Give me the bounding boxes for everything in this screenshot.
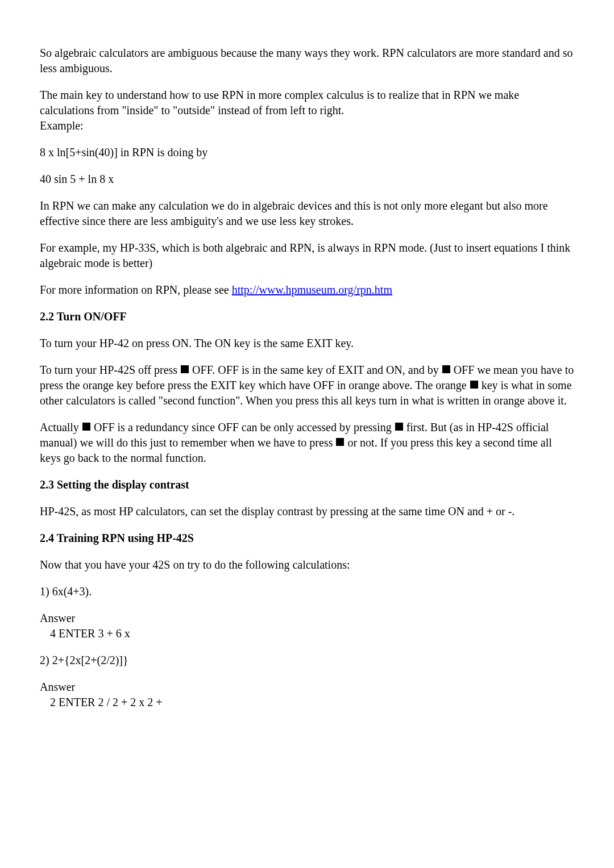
answer-keystrokes: 4 ENTER 3 + 6 x [40,627,130,640]
paragraph: Answer 4 ENTER 3 + 6 x [40,611,574,641]
paragraph: In RPN we can make any calculation we do… [40,198,574,229]
answer-label: Answer [40,681,75,693]
answer-label: Answer [40,612,75,624]
paragraph: For example, my HP-33S, which is both al… [40,240,574,271]
paragraph: Now that you have your 42S on try to do … [40,557,574,573]
orange-key-icon [82,423,90,431]
paragraph: To turn your HP-42S off press OFF. OFF i… [40,362,574,408]
orange-key-icon [181,365,189,373]
paragraph: 1) 6x(4+3). [40,584,574,599]
paragraph: Answer 2 ENTER 2 / 2 + 2 x 2 + [40,679,574,710]
paragraph: To turn your HP-42 on press ON. The ON k… [40,336,574,351]
paragraph: 40 sin 5 + ln 8 x [40,172,574,187]
paragraph: For more information on RPN, please see … [40,282,574,298]
orange-key-icon [442,365,450,373]
paragraph: 2) 2+{2x[2+(2/2)]} [40,653,574,668]
text: Actually [40,421,82,433]
text: To turn your HP-42S off press [40,364,180,376]
rpn-info-link[interactable]: http://www.hpmuseum.org/rpn.htm [232,283,392,296]
text: OFF. OFF is in the same key of EXIT and … [189,364,442,376]
paragraph: So algebraic calculators are ambiguous b… [40,45,574,76]
text: Example: [40,119,84,132]
orange-key-icon [470,381,478,389]
answer-keystrokes: 2 ENTER 2 / 2 + 2 x 2 + [40,696,163,708]
text: The main key to understand how to use RP… [40,89,519,116]
paragraph: 8 x ln[5+sin(40)] in RPN is doing by [40,145,574,160]
orange-key-icon [395,423,403,431]
section-heading-2-4: 2.4 Training RPN using HP-42S [40,531,574,546]
text: OFF is a redundancy since OFF can be onl… [91,421,395,433]
paragraph: HP-42S, as most HP calculators, can set … [40,504,574,519]
text: For more information on RPN, please see [40,283,232,296]
section-heading-2-2: 2.2 Turn ON/OFF [40,309,574,324]
section-heading-2-3: 2.3 Setting the display contrast [40,477,574,493]
paragraph: Actually OFF is a redundancy since OFF c… [40,420,574,466]
orange-key-icon [336,438,344,446]
paragraph: The main key to understand how to use RP… [40,87,574,133]
